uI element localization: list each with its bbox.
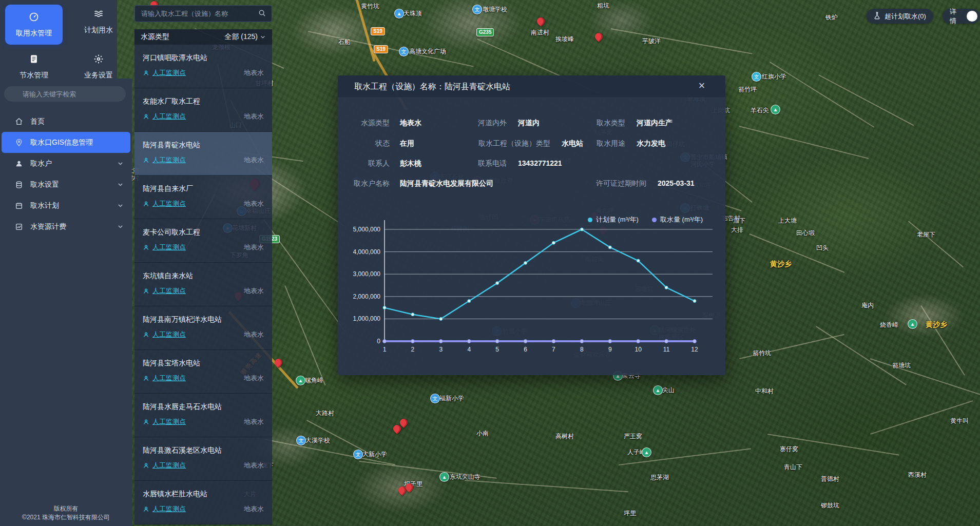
billing-icon xyxy=(15,223,23,231)
list-item[interactable]: 东坑镇自来水站人工监测点地表水 xyxy=(134,263,272,306)
station-search-input[interactable] xyxy=(134,5,272,22)
sidebar-item-1[interactable]: 首页 xyxy=(0,111,132,132)
monitor-tag[interactable]: 人工监测点 xyxy=(152,68,186,77)
chevron-down-icon[interactable] xyxy=(117,160,124,167)
person-icon xyxy=(143,113,149,120)
app-tile-2[interactable]: 计划用水 xyxy=(70,5,127,38)
svg-text:1,000,000: 1,000,000 xyxy=(353,315,380,322)
svg-text:12: 12 xyxy=(691,346,698,353)
search-icon[interactable] xyxy=(258,9,266,19)
map-label: 芋陂洋 xyxy=(642,37,661,46)
map-label: 粗坑 xyxy=(597,2,609,10)
map-label: 南进村 xyxy=(531,28,549,37)
peak-poi[interactable]: ▲ xyxy=(394,9,404,18)
monitor-tag[interactable]: 人工监测点 xyxy=(152,374,186,383)
svg-text:2: 2 xyxy=(411,346,415,353)
sidebar-item-4[interactable]: 取水设置 xyxy=(0,174,132,195)
plaza-poi[interactable]: 文 xyxy=(399,47,409,56)
monitor-tag[interactable]: 人工监测点 xyxy=(152,504,186,514)
map-label: 高树村 xyxy=(555,432,574,441)
app-tile-3[interactable]: 节水管理 xyxy=(5,50,63,83)
tile-label: 节水管理 xyxy=(9,71,59,80)
station-name: 陆河县水唇走马石水电站 xyxy=(143,402,264,412)
sidebar-item-5[interactable]: 取水计划 xyxy=(0,195,132,216)
pin-icon xyxy=(15,139,23,147)
person-icon xyxy=(143,419,149,425)
station-name: 河口镇唱歌潭水电站 xyxy=(143,53,264,63)
chevron-down-icon[interactable] xyxy=(117,202,124,209)
list-item[interactable]: 陆河县激石溪老区水电站人工监测点地表水 xyxy=(134,437,272,481)
svg-text:6: 6 xyxy=(524,346,527,353)
flask-icon xyxy=(874,12,880,21)
list-item[interactable]: 陆河县南万镇杞洋水电站人工监测点地表水 xyxy=(134,306,272,350)
list-item[interactable]: 友能水厂取水工程人工监测点地表水 xyxy=(134,88,272,132)
map-label: 大溪学校 xyxy=(305,436,330,445)
water-source-type: 地表水 xyxy=(244,112,264,121)
map-label: 黄沙乡 xyxy=(926,320,947,329)
over-plan-button[interactable]: 超计划取水(0) xyxy=(867,9,933,24)
sidebar-item-6[interactable]: 水资源计费 xyxy=(0,216,132,237)
list-item[interactable]: 陆河县青碇水电站人工监测点地表水 xyxy=(134,132,272,176)
monitor-tag[interactable]: 人工监测点 xyxy=(152,461,186,470)
monitor-tag[interactable]: 人工监测点 xyxy=(152,417,186,426)
monitor-tag[interactable]: 人工监测点 xyxy=(152,199,186,208)
peak-poi[interactable]: ▲ xyxy=(908,319,917,329)
modal-title: 取水工程（设施）名称：陆河县青碇水电站 xyxy=(354,82,510,92)
monitor-tag[interactable]: 人工监测点 xyxy=(152,286,186,296)
waves-icon xyxy=(73,9,124,21)
close-icon[interactable]: × xyxy=(695,79,709,93)
peak-poi[interactable]: ▲ xyxy=(296,376,305,385)
map-label: 思茅湖 xyxy=(650,473,669,482)
monitor-tag[interactable]: 人工监测点 xyxy=(152,112,186,121)
school-poi[interactable]: 文 xyxy=(296,436,306,445)
toggle-knob[interactable] xyxy=(967,11,977,22)
detail-toggle[interactable]: 详情 xyxy=(943,9,980,24)
map-label: 锣鼓坑 xyxy=(821,501,839,510)
app-tile-4[interactable]: 业务设置 xyxy=(70,50,127,83)
svg-text:1: 1 xyxy=(383,346,387,353)
water-source-type: 地表水 xyxy=(244,330,264,339)
map-label: 凹头 xyxy=(816,244,829,252)
chevron-down-icon xyxy=(260,34,266,40)
list-item[interactable]: 水唇镇水栏肚水电站人工监测点地表水 xyxy=(134,481,272,524)
station-panel: 水源类型 全部 (125) 河口镇唱歌潭水电站人工监测点地表水友能水厂取水工程人… xyxy=(134,0,272,526)
chevron-down-icon[interactable] xyxy=(117,181,124,188)
field-value: 河道内生产 xyxy=(637,119,672,128)
sidebar-item-2[interactable]: 取水口GIS信息管理 xyxy=(2,132,130,153)
meter-icon xyxy=(9,12,59,24)
user-icon xyxy=(15,160,23,168)
school-poi[interactable]: 文 xyxy=(472,5,482,14)
chevron-down-icon[interactable] xyxy=(117,223,124,230)
list-item[interactable]: 麦卡公司取水工程人工监测点地表水 xyxy=(134,219,272,263)
person-icon xyxy=(143,201,149,207)
monitor-tag[interactable]: 人工监测点 xyxy=(152,330,186,339)
sidebar-item-3[interactable]: 取水户 xyxy=(0,153,132,174)
water-source-type: 地表水 xyxy=(244,243,264,252)
map-label: 羊石尖 xyxy=(751,106,769,115)
monitor-tag[interactable]: 人工监测点 xyxy=(152,243,186,252)
list-item[interactable]: 陆河县水唇走马石水电站人工监测点地表水 xyxy=(134,394,272,437)
school-poi[interactable]: 文 xyxy=(353,450,363,459)
water-source-type: 地表水 xyxy=(244,155,264,165)
list-item[interactable]: 陆河县自来水厂人工监测点地表水 xyxy=(134,176,272,219)
copyright-line2: ©2021 珠海市仁智科技有限公司 xyxy=(0,513,132,522)
peak-poi[interactable]: ▲ xyxy=(653,385,663,395)
temple-poi[interactable]: ▲ xyxy=(439,472,449,482)
svg-text:5: 5 xyxy=(495,346,499,353)
school-poi[interactable]: 文 xyxy=(430,394,440,403)
monitor-tag[interactable]: 人工监测点 xyxy=(152,155,186,165)
map-label: 螺角嶂 xyxy=(305,376,323,385)
app-tile-1[interactable]: 取用水管理 xyxy=(5,5,63,45)
map-label: 箭塘坑 xyxy=(892,361,911,370)
peak-poi[interactable]: ▲ xyxy=(642,447,651,457)
sidebar-search-input[interactable] xyxy=(4,86,126,102)
source-type-filter[interactable]: 水源类型 全部 (125) xyxy=(134,29,272,45)
list-item[interactable]: 陆河县宝塔水电站人工监测点地表水 xyxy=(134,350,272,394)
map-label: 上大塘 xyxy=(778,217,797,225)
school-poi[interactable]: 文 xyxy=(752,72,761,82)
list-item[interactable]: 河口镇唱歌潭水电站人工监测点地表水 xyxy=(134,45,272,88)
field-value: 水力发电 xyxy=(637,139,665,148)
peak-poi[interactable]: ▲ xyxy=(771,105,780,114)
menu-item-label: 取水口GIS信息管理 xyxy=(30,138,93,147)
map-label: 高塘文化广场 xyxy=(409,47,446,56)
